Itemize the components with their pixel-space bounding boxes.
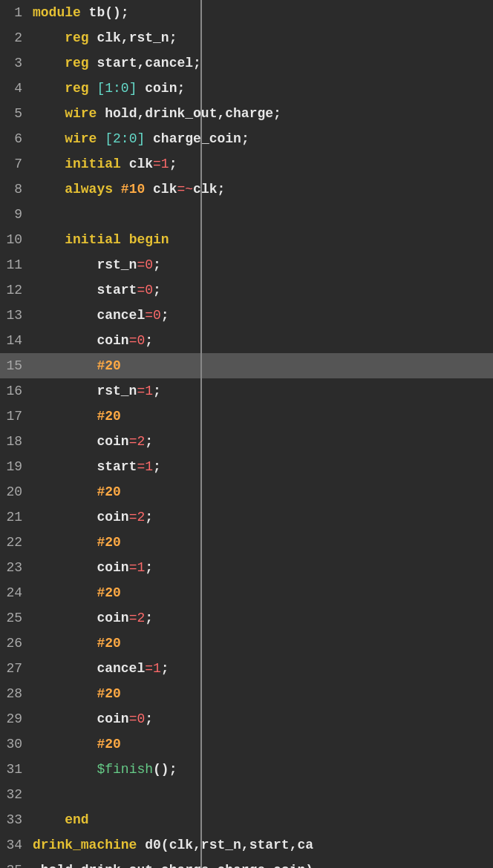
code-line: 18 coin=2;	[0, 429, 493, 454]
line-number: 31	[0, 757, 30, 782]
line-number: 22	[0, 530, 30, 555]
line-number: 23	[0, 555, 30, 580]
code-line: 24 #20	[0, 580, 493, 605]
line-content: coin=0;	[30, 706, 493, 731]
line-content	[30, 782, 493, 807]
line-content: #20	[30, 530, 493, 555]
token-normal: clk,rst_n;	[89, 30, 177, 45]
token-kw-red: =0	[137, 283, 153, 297]
token-normal	[33, 762, 97, 777]
line-content: #20	[30, 353, 493, 378]
line-content: rst_n=0;	[30, 252, 493, 277]
code-line: 12 start=0;	[0, 277, 493, 303]
line-content: #20	[30, 681, 493, 706]
token-kw-red: =0	[145, 308, 161, 323]
line-number: 5	[0, 101, 30, 126]
line-content	[30, 202, 493, 227]
token-kw-yellow: reg	[65, 30, 88, 45]
token-normal: d0(clk,rst_n,start,ca	[137, 838, 313, 852]
code-line: 32	[0, 782, 493, 807]
line-content: cancel=1;	[30, 656, 493, 681]
line-content: rst_n=1;	[30, 378, 493, 404]
token-kw-red: =~	[177, 182, 193, 197]
token-normal: ;	[145, 611, 153, 625]
token-normal: start	[33, 459, 137, 474]
token-normal: coin	[33, 434, 129, 449]
line-content: end	[30, 807, 493, 832]
code-line: 21 coin=2;	[0, 504, 493, 530]
token-normal: clk	[121, 157, 153, 171]
token-normal: charge_coin;	[145, 131, 249, 146]
token-normal: tb();	[81, 5, 129, 20]
token-normal: ;	[145, 434, 153, 449]
token-kw-orange: #20	[33, 484, 121, 499]
code-line: 16 rst_n=1;	[0, 378, 493, 404]
token-normal	[121, 232, 129, 247]
line-number: 28	[0, 681, 30, 706]
line-number: 24	[0, 580, 30, 605]
line-number: 35	[0, 858, 30, 868]
line-number: 29	[0, 706, 30, 731]
code-line: 33 end	[0, 807, 493, 832]
code-line: 13 cancel=0;	[0, 303, 493, 328]
token-kw-yellow: always	[65, 182, 113, 197]
code-line: 28 #20	[0, 681, 493, 706]
code-line: 19 start=1;	[0, 454, 493, 479]
token-kw-yellow: wire	[65, 131, 97, 146]
token-normal: ,hold,drink_out,charge,charge_coin)	[33, 863, 313, 868]
token-kw-red: =1	[129, 560, 146, 575]
token-normal: cancel	[33, 661, 145, 676]
code-line: 17 #20	[0, 404, 493, 429]
token-normal	[33, 56, 65, 70]
line-number: 13	[0, 303, 30, 328]
token-normal	[97, 131, 105, 146]
line-number: 32	[0, 782, 30, 807]
token-kw-orange: #20	[33, 585, 121, 600]
code-line: 27 cancel=1;	[0, 656, 493, 681]
token-kw-red: =1	[137, 384, 153, 398]
line-content: reg clk,rst_n;	[30, 25, 493, 50]
line-number: 19	[0, 454, 30, 479]
token-kw-red: =1	[153, 157, 169, 171]
token-kw-orange: #20	[33, 636, 121, 651]
code-line: 26 #20	[0, 631, 493, 656]
token-normal: ;	[145, 510, 153, 525]
line-number: 3	[0, 50, 30, 76]
token-kw-red: =2	[129, 434, 146, 449]
token-normal: hold,drink_out,charge;	[97, 106, 281, 121]
line-content: reg [1:0] coin;	[30, 76, 493, 101]
line-number: 7	[0, 151, 30, 177]
line-number: 33	[0, 807, 30, 832]
token-kw-yellow: drink_machine	[33, 838, 137, 852]
token-kw-orange: #10	[113, 182, 145, 197]
line-content: module tb();	[30, 0, 493, 25]
code-line: 6 wire [2:0] charge_coin;	[0, 126, 493, 151]
token-normal: clk	[145, 182, 177, 197]
token-normal	[33, 106, 65, 121]
token-kw-yellow: initial	[65, 232, 121, 247]
line-number: 4	[0, 76, 30, 101]
line-content: coin=2;	[30, 504, 493, 530]
token-kw-yellow: reg	[65, 81, 88, 96]
token-normal: ;	[153, 257, 161, 272]
line-content: drink_machine d0(clk,rst_n,start,ca	[30, 832, 493, 858]
code-line: 31 $finish();	[0, 757, 493, 782]
code-line: 7 initial clk=1;	[0, 151, 493, 177]
code-line: 22 #20	[0, 530, 493, 555]
line-number: 2	[0, 25, 30, 50]
token-normal: ;	[161, 661, 169, 676]
line-content: always #10 clk=~clk;	[30, 177, 493, 202]
token-normal: coin	[33, 333, 129, 348]
token-normal: ;	[153, 459, 161, 474]
token-kw-orange: #20	[33, 535, 121, 550]
token-normal: rst_n	[33, 384, 137, 398]
token-normal: ;	[153, 384, 161, 398]
line-content: #20	[30, 580, 493, 605]
line-content: #20	[30, 404, 493, 429]
token-normal	[33, 81, 65, 96]
line-number: 1	[0, 0, 30, 25]
line-content: initial begin	[30, 227, 493, 252]
line-number: 25	[0, 605, 30, 631]
line-content: coin=2;	[30, 605, 493, 631]
code-line: 9	[0, 202, 493, 227]
